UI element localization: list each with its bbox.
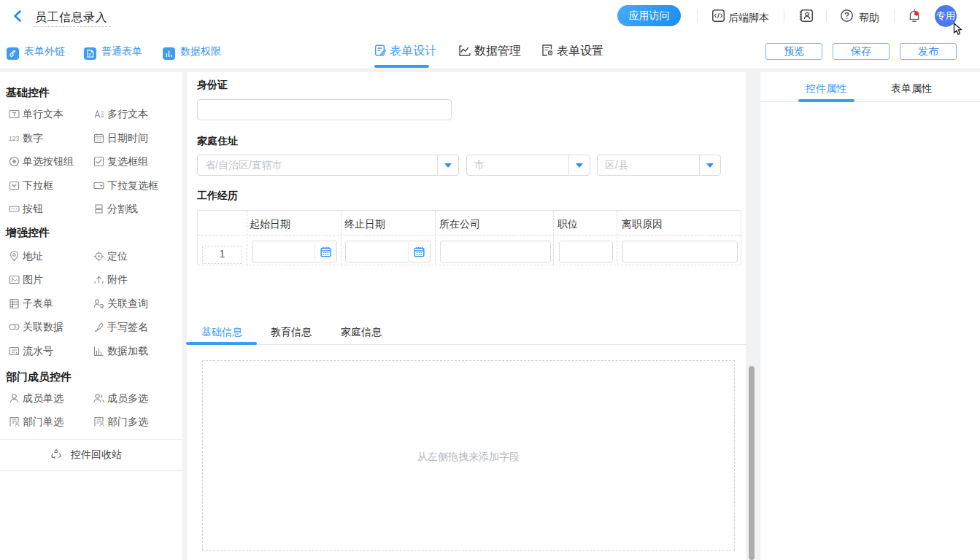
- svg-text:123: 123: [9, 135, 19, 142]
